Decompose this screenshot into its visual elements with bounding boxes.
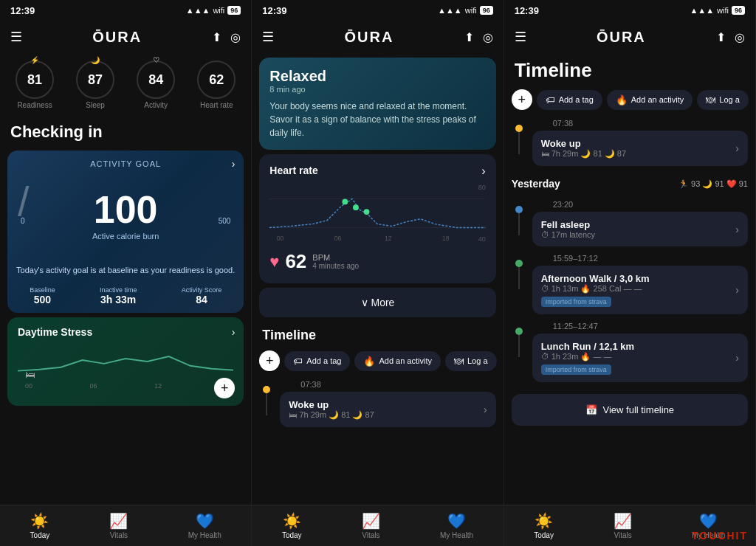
view-full-timeline-label: View full timeline [603,404,675,415]
tl-line-sleep [518,213,520,235]
battery-1: 96 [227,6,241,15]
score-sleep[interactable]: 🌙 87 Sleep [76,61,114,109]
timeline-plus-button-2[interactable]: + [259,350,280,371]
hamburger-icon-3[interactable]: ☰ [515,29,526,45]
tl-event-wrapper-run: 11:25–12:47 Lunch Run / 12,1 km ⏱ 1h 23m… [532,319,748,382]
score-circle-sleep: 🌙 87 [76,61,114,99]
score-label-hr: Heart rate [200,101,233,109]
today-label-3: Today [534,531,554,539]
relaxed-card[interactable]: Relaxed 8 min ago Your body seems nice a… [259,58,495,150]
tl-event-card-walk[interactable]: Afternoon Walk / 3,0 km ⏱ 1h 13m 🔥 258 C… [532,266,748,314]
tl-dot-col-walk [512,251,526,289]
tl-event-detail-run: ⏱ 1h 23m 🔥 — — [541,352,634,362]
tl-dot-woke-2 [263,386,270,393]
svg-point-4 [353,204,359,210]
strava-badge-walk: Imported from strava [541,297,611,307]
activity-card-arrow-icon: › [232,158,236,170]
nav-today-1[interactable]: ☀️ Today [30,512,50,539]
tl-event-card-sleep[interactable]: Fell asleep ⏱ 17m latency › [532,212,748,246]
signal-icon-3: ▲▲▲ [690,6,714,15]
log-label-3: Log a [719,95,740,104]
p3-timeline-title: Timeline [504,53,755,86]
activity-icon-3: 🔥 [616,94,628,106]
tl-dot-run [515,328,523,335]
logo-2: ŌURA [345,29,394,46]
activity-card[interactable]: ACTIVITY GOAL › / 100 Active calorie bur… [7,151,244,313]
wifi-icon-3: wifi [717,6,729,15]
tl-event-info-woke-3: Woke up 🛏 7h 29m 🌙 81 🌙 87 [541,138,626,159]
nav-vitals-1[interactable]: 📈 Vitals [109,512,128,539]
today-icon-2: ☀️ [283,512,301,530]
tl-chevron-2: › [484,404,487,415]
log-btn-3[interactable]: 🍽 Log a [697,90,749,110]
log-btn-2[interactable]: 🍽 Log a [445,351,497,371]
top-nav-2: ☰ ŌURA ⬆ ◎ [252,21,503,53]
nav-vitals-3[interactable]: 📈 Vitals [614,512,632,539]
time-1: 12:39 [10,5,35,16]
hr-card[interactable]: Heart rate › 80 40 00 06 12 [259,154,495,283]
more-button[interactable]: ∨ More [259,288,495,317]
add-activity-btn-2[interactable]: 🔥 Add an activity [354,351,441,371]
hr-label-80: 80 [478,184,486,191]
nav-myhealth-2[interactable]: 💙 My Health [440,512,473,539]
score-circle-hr: 62 [197,61,236,99]
tl-event-wrapper-sleep: 23:20 Fell asleep ⏱ 17m latency › [532,197,748,246]
activity-stat-score: Activity Score 84 [182,286,222,305]
stress-card[interactable]: Daytime Stress › 🛏 00 06 12 18 + [7,317,244,406]
view-full-timeline-btn[interactable]: 📅 View full timeline [512,394,748,426]
settings-icon-3[interactable]: ◎ [735,30,745,44]
score-hr[interactable]: 62 Heart rate [197,61,236,109]
activity-stat-inactive: Inactive time 3h 33m [100,286,137,305]
myhealth-icon-1: 💙 [196,512,214,530]
timeline-plus-button-3[interactable]: + [512,89,532,110]
stress-plus-button[interactable]: + [214,378,235,398]
svg-point-5 [364,209,370,215]
stat-value-score: 84 [196,294,207,305]
nav-vitals-2[interactable]: 📈 Vitals [362,512,380,539]
stat-label-inactive: Inactive time [100,286,137,294]
score-label-sleep: Sleep [86,101,105,109]
tl-dot-sleep [515,206,523,213]
add-activity-btn-3[interactable]: 🔥 Add an activity [607,90,693,110]
panel-1: 12:39 ▲▲▲ wifi 96 ☰ ŌURA ⬆ ◎ ⚡ 81 Readin… [0,0,252,546]
nav-myhealth-1[interactable]: 💙 My Health [188,512,221,539]
tl-line-woke-3 [518,132,520,154]
share-icon-1[interactable]: ⬆ [212,30,221,44]
settings-icon-1[interactable]: ◎ [230,30,241,44]
add-activity-label-2: Add an activity [379,356,432,365]
stress-label-12: 12 [154,382,162,390]
tl-dot-col-wokeup-3 [512,116,526,154]
scores-row-1: ⚡ 81 Readiness 🌙 87 Sleep ♡ 84 Activity [0,53,251,117]
tl-dot-col-run [512,319,526,357]
tl-event-card-run[interactable]: Lunch Run / 12,1 km ⏱ 1h 23m 🔥 — — Impor… [532,334,748,382]
share-icon-3[interactable]: ⬆ [716,30,726,44]
score-activity[interactable]: ♡ 84 Activity [137,61,175,109]
stress-label-00: 00 [25,382,32,390]
hr-title: Heart rate [269,165,485,176]
panel-2-content: Relaxed 8 min ago Your body seems nice a… [252,53,503,505]
nav-actions-2: ⬆ ◎ [464,30,493,44]
tl-event-name-run: Lunch Run / 12,1 km [541,341,634,352]
tl-event-card-woke-3[interactable]: Woke up 🛏 7h 29m 🌙 81 🌙 87 › [532,131,748,166]
activity-score-big: 100 Active calorie burn [7,187,244,241]
hr-label-40: 40 [478,235,486,243]
calendar-icon: 📅 [585,404,597,415]
relaxed-title: Relaxed [269,68,485,85]
tl-line-2 [266,393,267,415]
add-tag-btn-3[interactable]: 🏷 Add a tag [537,90,602,110]
panel-3: 12:39 ▲▲▲ wifi 96 ☰ ŌURA ⬆ ◎ Timeline + … [504,0,756,546]
activity-range: 0 500 [21,217,230,225]
hamburger-icon-2[interactable]: ☰ [262,29,274,45]
hamburger-icon-1[interactable]: ☰ [10,29,22,45]
tl-event-card-wokeup-2[interactable]: Woke up 🛏 7h 29m 🌙 81 🌙 87 › [280,392,495,427]
settings-icon-2[interactable]: ◎ [483,30,493,44]
signal-icon-2: ▲▲▲ [438,6,462,15]
score-label-readiness: Readiness [17,101,52,109]
nav-today-2[interactable]: ☀️ Today [282,512,302,539]
share-icon-2[interactable]: ⬆ [464,30,474,44]
nav-actions-1: ⬆ ◎ [212,30,241,44]
score-readiness[interactable]: ⚡ 81 Readiness [16,61,54,109]
add-tag-btn-2[interactable]: 🏷 Add a tag [284,351,350,371]
score-value-hr: 62 [209,72,224,88]
nav-today-3[interactable]: ☀️ Today [534,512,554,539]
